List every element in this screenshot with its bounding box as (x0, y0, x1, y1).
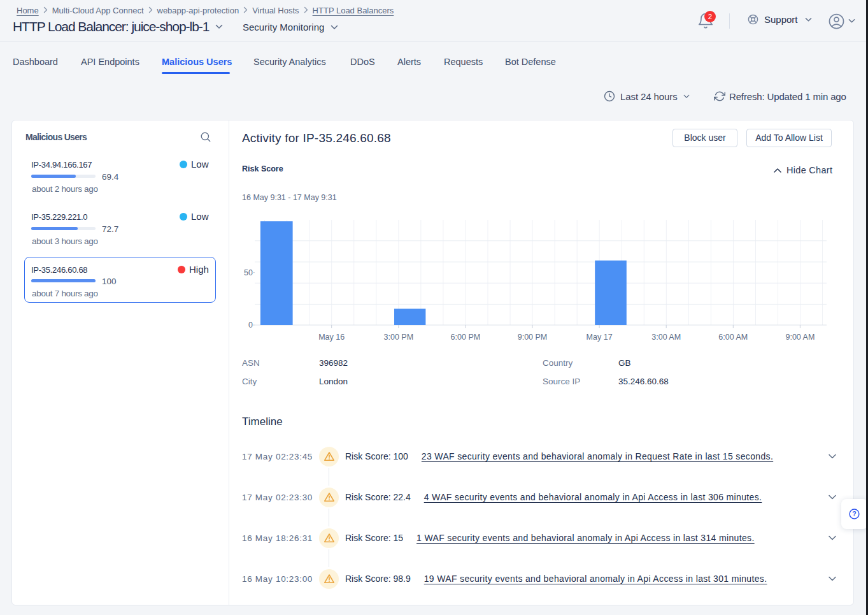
svg-text:3:00 AM: 3:00 AM (651, 333, 681, 342)
svg-text:May 17: May 17 (587, 333, 613, 342)
svg-text:9:00 AM: 9:00 AM (785, 333, 815, 342)
svg-text:9:00 PM: 9:00 PM (518, 333, 548, 342)
svg-text:May 16: May 16 (318, 333, 345, 342)
svg-text:50: 50 (244, 268, 253, 277)
svg-text:?: ? (852, 510, 856, 517)
svg-text:6:00 PM: 6:00 PM (451, 333, 481, 342)
svg-text:0: 0 (248, 321, 253, 329)
svg-text:6:00 AM: 6:00 AM (718, 333, 748, 342)
svg-text:3:00 PM: 3:00 PM (384, 333, 414, 342)
